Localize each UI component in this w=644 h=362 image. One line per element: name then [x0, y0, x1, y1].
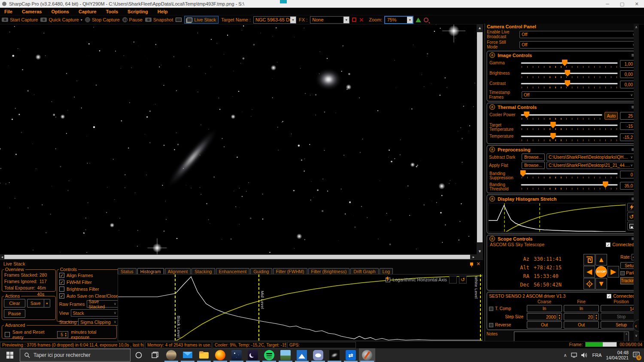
- save-reset-checkbox[interactable]: [5, 332, 10, 337]
- search-input[interactable]: Taper ici pour rechercher: [20, 349, 131, 362]
- raw-frames-select[interactable]: Save Stacked∨: [87, 300, 118, 308]
- menu-capture[interactable]: Capture: [79, 9, 97, 14]
- fine-out-button[interactable]: Out: [564, 321, 599, 329]
- taskbar-icon-photos[interactable]: [294, 348, 310, 362]
- scroll-up-icon[interactable]: ∧: [635, 25, 638, 29]
- spiral-search-button[interactable]: [583, 254, 595, 265]
- subtract-dark-browse-button[interactable]: Browse...: [522, 154, 545, 161]
- clear-selection-icon[interactable]: ✕: [359, 17, 364, 23]
- menu-help[interactable]: Help: [158, 9, 168, 14]
- image-histogram-icon[interactable]: [416, 18, 421, 22]
- tab-log[interactable]: Log: [380, 268, 393, 275]
- scope-connected-checkbox[interactable]: ✓: [606, 242, 611, 247]
- start-button[interactable]: [0, 348, 20, 362]
- taskbar-icon-teamviewer[interactable]: ⇄: [343, 348, 359, 362]
- volume-icon[interactable]: [581, 353, 588, 358]
- scroll-left-icon[interactable]: ◂: [0, 253, 4, 260]
- zoom-select[interactable]: 75% ▾: [385, 16, 413, 24]
- task-view-button[interactable]: [147, 348, 163, 362]
- slew-stop-button[interactable]: STOP: [595, 266, 607, 278]
- close-icon[interactable]: ✕: [477, 261, 480, 267]
- close-button[interactable]: ✕: [629, 0, 644, 8]
- target-name-select[interactable]: NGC 5963-65 Dra ▾: [253, 16, 296, 24]
- fine-step-spinner[interactable]: 20▲▼: [564, 313, 599, 320]
- collapse-icon[interactable]: ∧: [489, 52, 495, 58]
- tab-stacking[interactable]: Stacking: [191, 268, 215, 275]
- chevron-down-icon[interactable]: ▾: [407, 17, 413, 23]
- screen-share-icon[interactable]: [176, 18, 182, 22]
- taskbar-icon-discord[interactable]: [310, 348, 326, 362]
- stretch-histogram-plot[interactable]: [488, 203, 626, 232]
- image-horizontal-scrollbar[interactable]: ◂ ▸: [0, 254, 477, 259]
- image-vertical-scrollbar[interactable]: ▲ ▼: [477, 24, 483, 259]
- cooler-power-value[interactable]: 25: [620, 112, 635, 120]
- white-level-line[interactable]: [480, 275, 481, 341]
- focuser-stop-button[interactable]: Stop: [601, 313, 639, 320]
- coarse-out-button[interactable]: Out: [527, 321, 562, 329]
- save-dropdown-icon[interactable]: ▼: [44, 299, 50, 308]
- target-temperature-slider[interactable]: [521, 121, 618, 131]
- slew-up-button[interactable]: ▲: [595, 254, 607, 265]
- notes-scrollbar[interactable]: ∧∨: [624, 332, 629, 341]
- chevron-down-icon[interactable]: ▾: [290, 17, 296, 23]
- language-indicator[interactable]: FRA: [592, 353, 601, 358]
- horizontal-scroll-thumb[interactable]: [4, 255, 470, 259]
- fx-select[interactable]: None ▾: [310, 16, 349, 24]
- panel-scrollbar[interactable]: ∧ ∨: [634, 24, 639, 341]
- goto-target-button[interactable]: [583, 278, 595, 290]
- banding-threshold-slider[interactable]: [521, 181, 618, 190]
- force-still-mode-select[interactable]: Off∨: [519, 41, 637, 48]
- apply-flat-browse-button[interactable]: Browse...: [522, 162, 545, 169]
- pin-icon[interactable]: [470, 262, 473, 265]
- contrast-slider[interactable]: [521, 80, 618, 89]
- pause-button[interactable]: Pause: [122, 17, 143, 22]
- scroll-right-icon[interactable]: ▸: [471, 253, 476, 260]
- collapse-icon[interactable]: ∧: [489, 147, 495, 152]
- view-select[interactable]: Stack∨: [71, 309, 118, 317]
- menu-file[interactable]: File: [4, 9, 12, 14]
- reset-stretch-icon[interactable]: ↺: [459, 276, 467, 284]
- magnifier-icon[interactable]: [424, 18, 428, 22]
- reverse-checkbox[interactable]: [489, 323, 493, 327]
- taskbar-icon-planetarium[interactable]: [163, 348, 179, 362]
- live-view-image[interactable]: [0, 24, 477, 254]
- taskbar-icon-sky-app[interactable]: [245, 348, 261, 362]
- quick-capture-button[interactable]: Quick Capture ▾: [40, 17, 82, 22]
- taskbar-icon-galaxy-image[interactable]: [326, 348, 343, 362]
- tab-drift-graph[interactable]: Drift Graph: [350, 268, 378, 275]
- gamma-value[interactable]: 1,00: [620, 60, 635, 68]
- save-reset-minutes-spinner[interactable]: 5▲▼: [57, 331, 69, 338]
- target-temperature-value[interactable]: -15: [620, 122, 635, 130]
- snapshot-button[interactable]: Snapshot: [145, 17, 173, 22]
- tab-guiding[interactable]: Guiding: [250, 268, 272, 275]
- clear-button[interactable]: Clear: [4, 299, 25, 308]
- taskbar-icon-file-explorer[interactable]: [196, 348, 212, 362]
- black-level-line[interactable]: [175, 275, 176, 341]
- taskbar-icon-spotify[interactable]: [261, 348, 277, 362]
- timestamp-frames-select[interactable]: Off∨: [522, 91, 635, 99]
- chevron-down-icon[interactable]: ▾: [343, 17, 349, 23]
- tab-status[interactable]: Status: [118, 268, 137, 275]
- banding-threshold-value[interactable]: 35,0: [620, 182, 635, 190]
- coarse-step-spinner[interactable]: 2000▲▼: [527, 313, 562, 320]
- cortana-button[interactable]: [131, 348, 147, 362]
- taskbar-icon-mail[interactable]: [179, 348, 196, 362]
- scroll-down-icon[interactable]: ∨: [635, 334, 638, 338]
- cooler-power-slider[interactable]: [521, 111, 602, 121]
- collapse-icon[interactable]: ∧: [489, 196, 495, 202]
- stop-capture-button[interactable]: Stop Capture: [85, 17, 120, 22]
- vertical-scroll-thumb[interactable]: [477, 32, 483, 242]
- tab-histogram[interactable]: Histogram: [137, 268, 164, 275]
- menu-tools[interactable]: Tools: [106, 9, 118, 14]
- tab-filter-brightness[interactable]: Filter (Brightness): [308, 268, 350, 275]
- brightness-value[interactable]: 0,00: [620, 70, 635, 78]
- fwhm-filter-checkbox[interactable]: ✓: [59, 280, 64, 285]
- tab-alignment[interactable]: Alignment: [165, 268, 191, 275]
- focuser-connected-checkbox[interactable]: ✓: [607, 294, 611, 299]
- clock[interactable]: 04:48 14/04/2021: [606, 350, 629, 360]
- notification-center-button[interactable]: 6: [633, 352, 640, 359]
- tray-app-icon[interactable]: [571, 353, 577, 358]
- stack-histogram-plot[interactable]: Black Level Mid Level White Level ✓ Loga…: [118, 274, 483, 341]
- mid-level-line[interactable]: [258, 275, 259, 341]
- minimize-button[interactable]: ─: [600, 0, 615, 8]
